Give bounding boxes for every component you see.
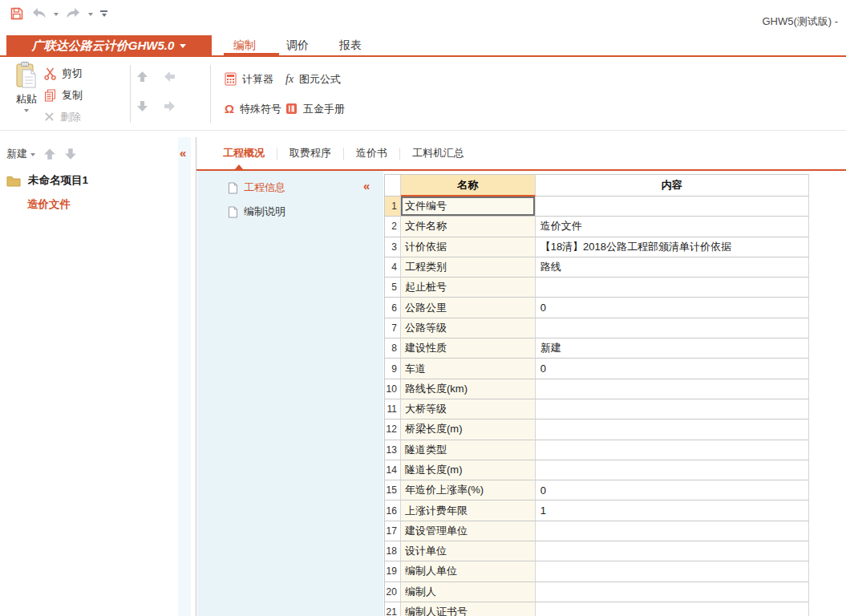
content-cell[interactable] — [536, 419, 809, 440]
row-number-cell[interactable]: 3 — [385, 237, 401, 257]
name-cell[interactable]: 隧道长度(m) — [401, 460, 536, 480]
name-cell[interactable]: 大桥等级 — [401, 399, 536, 419]
name-cell[interactable]: 建设管理单位 — [401, 521, 536, 541]
row-number-cell[interactable]: 11 — [385, 399, 401, 419]
calculator-button[interactable]: 计算器 — [225, 72, 273, 86]
name-cell[interactable]: 桥梁长度(m) — [401, 419, 536, 440]
copy-icon — [44, 89, 56, 102]
row-number-cell[interactable]: 2 — [385, 217, 401, 237]
name-cell[interactable]: 文件编号 — [401, 197, 536, 217]
tree-node-cost-file[interactable]: 造价文件 — [27, 197, 71, 212]
content-cell[interactable] — [536, 379, 809, 399]
row-number-cell[interactable]: 20 — [385, 582, 401, 602]
row-number-cell[interactable]: 10 — [385, 379, 401, 399]
row-number-cell[interactable]: 7 — [385, 318, 401, 338]
move-down-icon[interactable] — [136, 100, 148, 112]
content-cell[interactable] — [536, 541, 809, 561]
doc-tab-3[interactable]: 造价书 — [344, 146, 399, 160]
content-cell[interactable] — [536, 318, 809, 338]
row-number-cell[interactable]: 9 — [385, 359, 401, 379]
paste-button[interactable]: 粘贴 — [8, 62, 45, 126]
move-left-icon[interactable] — [164, 71, 176, 83]
special-symbol-button[interactable]: Ω 特殊符号 — [225, 102, 281, 116]
name-cell[interactable]: 文件名称 — [401, 217, 536, 237]
collapse-left-panel-icon[interactable]: « — [180, 148, 186, 159]
name-cell[interactable]: 隧道类型 — [401, 440, 536, 460]
undo-icon[interactable] — [31, 6, 47, 22]
row-number-cell[interactable]: 12 — [385, 419, 401, 440]
content-cell[interactable]: 造价文件 — [536, 217, 809, 237]
grid-header-name[interactable]: 名称 — [401, 175, 536, 197]
grid-header-content[interactable]: 内容 — [536, 175, 809, 197]
name-cell[interactable]: 编制人证书号 — [401, 602, 536, 616]
save-icon[interactable] — [10, 6, 24, 22]
content-cell[interactable]: 【18清】2018公路工程部颁清单计价依据 — [536, 237, 809, 257]
row-number-cell[interactable]: 6 — [385, 298, 401, 318]
nav-item-2[interactable]: 编制说明 — [228, 205, 285, 219]
row-number-cell[interactable]: 19 — [385, 561, 401, 582]
row-number-cell[interactable]: 14 — [385, 460, 401, 480]
content-cell[interactable] — [536, 521, 809, 541]
copy-button[interactable]: 复制 — [44, 88, 83, 102]
undo-dropdown-icon[interactable] — [54, 13, 59, 16]
name-cell[interactable]: 车道 — [401, 359, 536, 379]
content-cell[interactable]: 0 — [536, 480, 809, 500]
content-cell[interactable]: 0 — [536, 359, 809, 379]
name-cell[interactable]: 建设性质 — [401, 338, 536, 359]
row-number-cell[interactable]: 18 — [385, 541, 401, 561]
content-cell[interactable]: 新建 — [536, 338, 809, 359]
doc-tab-2[interactable]: 取费程序 — [277, 146, 343, 160]
content-cell[interactable]: 1 — [536, 500, 809, 521]
delete-button[interactable]: 删除 — [44, 110, 83, 124]
content-cell[interactable] — [536, 460, 809, 480]
customize-toolbar-icon[interactable] — [100, 6, 107, 22]
ribbon-tab-3[interactable]: 报表 — [324, 35, 377, 55]
name-cell[interactable]: 设计单位 — [401, 541, 536, 561]
item-up-icon[interactable] — [43, 148, 56, 160]
content-cell[interactable] — [536, 602, 809, 616]
row-number-cell[interactable]: 17 — [385, 521, 401, 541]
row-number-cell[interactable]: 5 — [385, 278, 401, 298]
cut-button[interactable]: 剪切 — [44, 67, 83, 80]
row-number-cell[interactable]: 16 — [385, 500, 401, 521]
app-menu-button[interactable]: 广联达公路云计价GHW5.0 — [6, 35, 212, 57]
element-formula-button[interactable]: fx 图元公式 — [285, 72, 341, 86]
row-number-cell[interactable]: 13 — [385, 440, 401, 460]
redo-icon[interactable] — [66, 6, 81, 22]
hardware-manual-button[interactable]: 五金手册 — [285, 102, 345, 116]
content-cell[interactable] — [536, 399, 809, 419]
content-cell[interactable]: 路线 — [536, 257, 809, 278]
collapse-nav-panel-icon[interactable]: « — [363, 180, 370, 192]
content-cell[interactable] — [536, 440, 809, 460]
content-cell[interactable]: 0 — [536, 298, 809, 318]
name-cell[interactable]: 工程类别 — [401, 257, 536, 278]
move-up-icon[interactable] — [136, 71, 148, 83]
name-cell[interactable]: 计价依据 — [401, 237, 536, 257]
row-number-cell[interactable]: 4 — [385, 257, 401, 278]
name-cell[interactable]: 年造价上涨率(%) — [401, 480, 536, 500]
name-cell[interactable]: 路线长度(km) — [401, 379, 536, 399]
redo-dropdown-icon[interactable] — [88, 13, 93, 16]
row-number-cell[interactable]: 8 — [385, 338, 401, 359]
tree-node-project[interactable]: 未命名项目1 — [6, 173, 88, 188]
row-number-cell[interactable]: 15 — [385, 480, 401, 500]
name-cell[interactable]: 起止桩号 — [401, 278, 536, 298]
name-cell[interactable]: 上涨计费年限 — [401, 500, 536, 521]
move-right-icon[interactable] — [164, 100, 176, 112]
content-cell[interactable] — [536, 197, 809, 217]
name-cell[interactable]: 编制人单位 — [401, 561, 536, 582]
row-number-cell[interactable]: 21 — [385, 602, 401, 616]
name-cell[interactable]: 公路公里 — [401, 298, 536, 318]
left-panel-splitter[interactable]: « — [178, 137, 191, 616]
content-cell[interactable] — [536, 582, 809, 602]
name-cell[interactable]: 公路等级 — [401, 318, 536, 338]
name-cell[interactable]: 编制人 — [401, 582, 536, 602]
doc-tab-4[interactable]: 工料机汇总 — [400, 146, 476, 160]
nav-item-1[interactable]: 工程信息 — [228, 180, 285, 195]
row-number-cell[interactable]: 1 — [385, 197, 401, 217]
content-cell[interactable] — [536, 561, 809, 582]
doc-tab-1[interactable]: 工程概况 — [211, 146, 277, 160]
item-down-icon[interactable] — [64, 148, 77, 160]
new-button[interactable]: 新建 — [6, 147, 35, 161]
content-cell[interactable] — [536, 278, 809, 298]
